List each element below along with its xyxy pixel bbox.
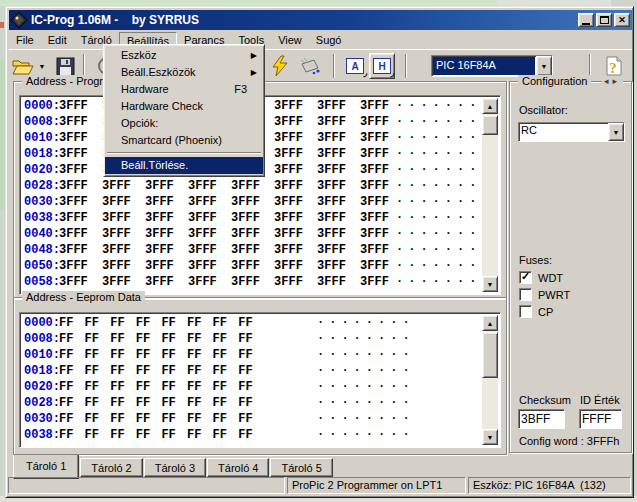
menubar-item-sug[interactable]: Sugó bbox=[309, 32, 349, 48]
ascii-cell: ········ bbox=[317, 315, 415, 331]
menubar-item-view[interactable]: View bbox=[271, 32, 309, 48]
config-nav: ◂▸ bbox=[602, 76, 623, 86]
fuse-label: CP bbox=[538, 306, 553, 318]
menubar-item-file[interactable]: File bbox=[9, 32, 41, 48]
maximize-button[interactable] bbox=[596, 13, 612, 27]
id-value-field[interactable] bbox=[579, 409, 622, 429]
menu-item-opci-k[interactable]: Opciók: bbox=[105, 115, 263, 132]
app-icon bbox=[11, 12, 27, 28]
maximize-icon bbox=[600, 16, 609, 24]
chevron-down-icon: ▼ bbox=[613, 129, 620, 136]
tab-t-rol-4[interactable]: Tároló 4 bbox=[207, 458, 269, 477]
table-row: 0040:3FFF 3FFF 3FFF 3FFF 3FFF 3FFF 3FFF … bbox=[24, 226, 500, 242]
minimize-button[interactable] bbox=[578, 13, 594, 27]
hex-cells: 3FFF 3FFF 3FFF 3FFF 3FFF 3FFF 3FFF 3FFF bbox=[59, 211, 389, 225]
tab-t-rol-1[interactable]: Tároló 1 bbox=[13, 455, 79, 479]
menu-item-eszk-z[interactable]: Eszköz▶ bbox=[105, 47, 263, 64]
erase-chip-button[interactable] bbox=[298, 54, 322, 78]
config-next-icon[interactable]: ▸ bbox=[612, 76, 621, 86]
table-row: 0050:3FFF 3FFF 3FFF 3FFF 3FFF 3FFF 3FFF … bbox=[24, 258, 500, 274]
close-icon: ✕ bbox=[618, 15, 626, 25]
ascii-cell: ········ bbox=[396, 210, 494, 226]
checkbox-wdt[interactable]: ✓ bbox=[519, 271, 532, 284]
scroll-down-icon[interactable]: ▼ bbox=[482, 276, 498, 292]
menu-item-hardware[interactable]: HardwareF3 bbox=[105, 81, 263, 98]
checkbox-cp[interactable] bbox=[519, 305, 532, 318]
hex-cells: 3FFF 3FFF 3FFF 3FFF 3FFF 3FFF 3FFF 3FFF bbox=[59, 179, 389, 193]
ascii-cell: ········ bbox=[317, 427, 415, 443]
table-row: 0008:FF FF FF FF FF FF FF FF········ bbox=[24, 331, 500, 347]
checkbox-pwrt[interactable] bbox=[519, 288, 532, 301]
window-a-icon: A◞ bbox=[346, 58, 364, 74]
ascii-cell: ········ bbox=[396, 114, 494, 130]
tab-t-rol-3[interactable]: Tároló 3 bbox=[144, 458, 206, 477]
tab-t-rol-5[interactable]: Tároló 5 bbox=[270, 458, 332, 477]
ascii-cell: ········ bbox=[396, 194, 494, 210]
menu-item-label: Hardware Check bbox=[121, 100, 203, 112]
program-window-button[interactable]: A◞ bbox=[343, 54, 367, 78]
id-value-label: ID Érték bbox=[580, 394, 620, 406]
ascii-cell: ········ bbox=[396, 258, 494, 274]
status-panel-left bbox=[8, 477, 285, 494]
menu-item-hardware-check[interactable]: Hardware Check bbox=[105, 98, 263, 115]
hex-cells: FF FF FF FF FF FF FF FF bbox=[59, 316, 253, 330]
open-folder-icon bbox=[12, 58, 34, 75]
ascii-cell: ········ bbox=[317, 363, 415, 379]
address-cell: 0038: bbox=[24, 427, 59, 443]
eeprom-rows: 0000:FF FF FF FF FF FF FF FF········0008… bbox=[24, 315, 500, 443]
ascii-cell: ········ bbox=[396, 178, 494, 194]
scroll-up-icon[interactable]: ▲ bbox=[482, 98, 498, 114]
menu-item-be-ll-eszk-z-k[interactable]: Beáll.Eszközök▶ bbox=[105, 64, 263, 81]
menu-item-be-ll-t-rl-se[interactable]: Beáll.Törlése. bbox=[105, 157, 263, 174]
address-cell: 0018: bbox=[24, 363, 59, 379]
help-icon: ? bbox=[605, 55, 625, 77]
fuses-label: Fuses: bbox=[519, 254, 552, 266]
hex-cells: FF FF FF FF FF FF FF FF bbox=[59, 348, 253, 362]
menu-item-smartcard-phoenix[interactable]: Smartcard (Phoenix) bbox=[105, 132, 263, 149]
table-row: 0058:3FFF 3FFF 3FFF 3FFF 3FFF 3FFF 3FFF … bbox=[24, 274, 500, 290]
title-bar[interactable]: IC-Prog 1.06M - by SYRRUS ✕ bbox=[9, 10, 632, 30]
device-select[interactable]: PIC 16F84A ▼ bbox=[431, 55, 553, 77]
address-cell: 0020: bbox=[24, 379, 59, 395]
hex-cells: 3FFF 3FFF 3FFF 3FFF 3FFF 3FFF 3FFF 3FFF bbox=[59, 227, 389, 241]
hex-cells: FF FF FF FF FF FF FF FF bbox=[59, 364, 253, 378]
submenu-arrow-icon: ▶ bbox=[251, 64, 257, 81]
fuse-row-pwrt: PWRT bbox=[519, 287, 570, 302]
address-cell: 0000: bbox=[24, 98, 59, 114]
oscillator-select-arrow[interactable]: ▼ bbox=[608, 123, 624, 141]
checksum-field[interactable] bbox=[518, 409, 565, 429]
address-cell: 0000: bbox=[24, 315, 59, 331]
address-cell: 0008: bbox=[24, 114, 59, 130]
desktop-background bbox=[0, 22, 4, 28]
program-code-scrollbar[interactable]: ▲ ▼ bbox=[482, 98, 498, 292]
device-select-arrow[interactable]: ▼ bbox=[536, 56, 552, 76]
eeprom-grid[interactable]: 0000:FF FF FF FF FF FF FF FF········0008… bbox=[19, 312, 501, 448]
ascii-cell: ········ bbox=[317, 331, 415, 347]
program-chip-button[interactable] bbox=[268, 54, 292, 78]
eeprom-scrollbar[interactable]: ▲ ▼ bbox=[482, 315, 498, 445]
hex-cells: FF FF FF FF FF FF FF FF bbox=[59, 412, 253, 426]
scrollbar-thumb[interactable] bbox=[482, 332, 498, 378]
tab-t-rol-2[interactable]: Tároló 2 bbox=[80, 458, 142, 477]
scroll-down-icon[interactable]: ▼ bbox=[482, 429, 498, 445]
help-button[interactable]: ? bbox=[603, 54, 627, 78]
address-cell: 0010: bbox=[24, 347, 59, 363]
checkmark-icon: ✓ bbox=[521, 270, 530, 283]
hex-window-button[interactable]: H◞ bbox=[369, 53, 395, 79]
table-row: 0010:FF FF FF FF FF FF FF FF········ bbox=[24, 347, 500, 363]
oscillator-select[interactable]: RC ▼ bbox=[518, 122, 625, 142]
fuse-row-cp: CP bbox=[519, 304, 553, 319]
erase-hand-icon bbox=[298, 56, 322, 76]
close-button[interactable]: ✕ bbox=[614, 13, 630, 27]
address-cell: 0018: bbox=[24, 146, 59, 162]
menubar-item-edit[interactable]: Edit bbox=[41, 32, 74, 48]
settings-dropdown-menu: Eszköz▶Beáll.Eszközök▶HardwareF3Hardware… bbox=[103, 44, 265, 177]
address-cell: 0058: bbox=[24, 274, 59, 290]
device-select-value: PIC 16F84A bbox=[433, 57, 535, 75]
address-cell: 0028: bbox=[24, 178, 59, 194]
hex-cells: 3FFF 3FFF 3FFF 3FFF 3FFF 3FFF 3FFF 3FFF bbox=[59, 195, 389, 209]
scroll-up-icon[interactable]: ▲ bbox=[482, 315, 498, 331]
hex-cells: 3FFF 3FFF 3FFF 3FFF 3FFF 3FFF 3FFF 3FFF bbox=[59, 259, 389, 273]
scrollbar-thumb[interactable] bbox=[482, 115, 498, 135]
ascii-cell: ········ bbox=[396, 242, 494, 258]
